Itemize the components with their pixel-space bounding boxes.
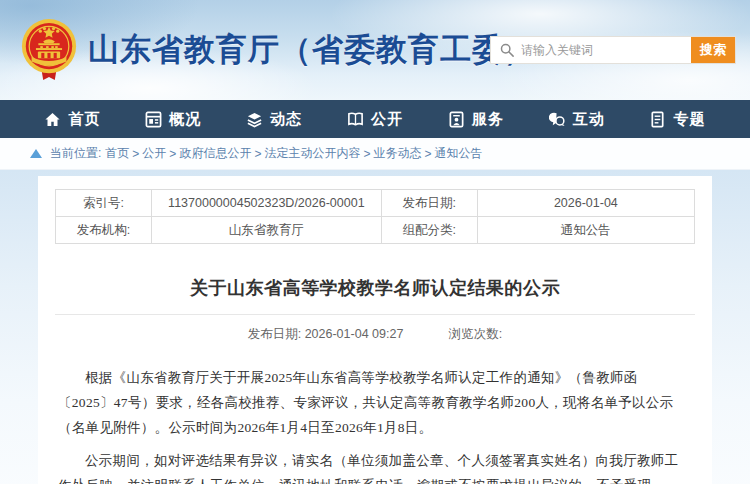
paragraph: 公示期间，如对评选结果有异议，请实名（单位须加盖公章、个人须签署真实姓名）向我厅… (58, 448, 692, 484)
site-title: 山东省教育厅（省委教育工委） (88, 29, 536, 71)
site-header: 山东省教育厅（省委教育工委） 搜索 (0, 0, 750, 100)
article-panel: 索引号: 11370000004502323D/2026-00001 发布日期:… (38, 176, 712, 484)
main-navigation: 首页 概况 动态 公开 服务 互动 专题 (0, 100, 750, 138)
nav-item-news[interactable]: 动态 (246, 110, 302, 129)
nav-item-interaction[interactable]: 互动 (549, 110, 605, 129)
meta-label-pubdate: 发布日期: (381, 190, 477, 217)
topics-page-icon (649, 111, 666, 128)
nav-item-disclosure[interactable]: 公开 (347, 110, 403, 129)
breadcrumb-link-business[interactable]: 业务动态 (373, 145, 421, 162)
search-icon (500, 43, 514, 57)
breadcrumb-separator: > (424, 147, 431, 161)
meta-label-agency: 发布机构: (56, 217, 152, 244)
table-row: 索引号: 11370000004502323D/2026-00001 发布日期:… (56, 190, 695, 217)
breadcrumb-link-home[interactable]: 首页 (105, 145, 129, 162)
paragraph: 根据《山东省教育厅关于开展2025年山东省高等学校教学名师认定工作的通知》（鲁教… (58, 365, 692, 440)
nav-item-services[interactable]: 服务 (448, 110, 504, 129)
document-meta-table: 索引号: 11370000004502323D/2026-00001 发布日期:… (55, 189, 695, 244)
nav-label: 动态 (270, 110, 302, 129)
nav-label: 公开 (371, 110, 403, 129)
overview-icon (145, 111, 162, 128)
meta-value-pubdate: 2026-01-04 (477, 190, 694, 217)
china-national-emblem-icon (20, 18, 78, 82)
views-label: 浏览次数: (449, 327, 502, 341)
home-icon (44, 111, 61, 128)
article-meta-row: 发布日期: 2026-01-04 09:27 浏览次数: (55, 326, 695, 343)
title-divider (55, 314, 695, 315)
search-button[interactable]: 搜索 (691, 37, 735, 63)
nav-item-home[interactable]: 首页 (44, 110, 100, 129)
breadcrumb-prefix: 当前位置: (50, 145, 101, 162)
publish-date-value: 2026-01-04 09:27 (305, 327, 404, 341)
breadcrumb-link-disclosure[interactable]: 公开 (142, 145, 166, 162)
meta-value-category: 通知公告 (477, 217, 694, 244)
nav-label: 专题 (673, 110, 705, 129)
breadcrumb: 当前位置: 首页 > 公开 > 政府信息公开 > 法定主动公开内容 > 业务动态… (0, 138, 750, 170)
meta-label-category: 组配分类: (381, 217, 477, 244)
breadcrumb-separator: > (254, 147, 261, 161)
breadcrumb-link-gov-info[interactable]: 政府信息公开 (179, 145, 251, 162)
services-icon (448, 111, 465, 128)
search-bar: 搜索 (490, 36, 736, 64)
nav-label: 服务 (472, 110, 504, 129)
breadcrumb-triangle-icon (30, 149, 42, 158)
open-book-icon (347, 111, 364, 128)
meta-value-index: 11370000004502323D/2026-00001 (151, 190, 381, 217)
breadcrumb-link-notices[interactable]: 通知公告 (434, 145, 482, 162)
nav-label: 互动 (573, 110, 605, 129)
publish-date-label: 发布日期: (248, 327, 301, 341)
search-input[interactable] (521, 37, 691, 63)
breadcrumb-separator: > (132, 147, 139, 161)
meta-value-agency: 山东省教育厅 (151, 217, 381, 244)
chat-bubbles-icon (549, 111, 566, 128)
nav-item-topics[interactable]: 专题 (649, 110, 705, 129)
content-background: 索引号: 11370000004502323D/2026-00001 发布日期:… (0, 170, 750, 484)
breadcrumb-link-statutory[interactable]: 法定主动公开内容 (264, 145, 360, 162)
breadcrumb-separator: > (169, 147, 176, 161)
table-row: 发布机构: 山东省教育厅 组配分类: 通知公告 (56, 217, 695, 244)
meta-label-index: 索引号: (56, 190, 152, 217)
nav-label: 概况 (169, 110, 201, 129)
article-body: 根据《山东省教育厅关于开展2025年山东省高等学校教学名师认定工作的通知》（鲁教… (55, 343, 695, 484)
nav-item-overview[interactable]: 概况 (145, 110, 201, 129)
nav-label: 首页 (68, 110, 100, 129)
news-layers-icon (246, 111, 263, 128)
page-title: 关于山东省高等学校教学名师认定结果的公示 (55, 276, 695, 300)
breadcrumb-separator: > (363, 147, 370, 161)
search-input-wrap (491, 37, 691, 63)
page: 山东省教育厅（省委教育工委） 搜索 首页 概况 动态 (0, 0, 750, 484)
